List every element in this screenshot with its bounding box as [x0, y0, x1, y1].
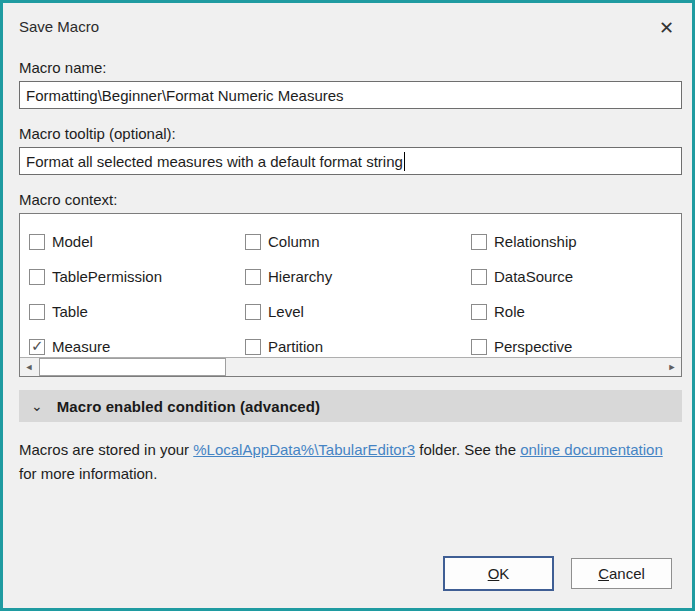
localappdata-folder-link[interactable]: %LocalAppData%\TabularEditor3 — [193, 441, 415, 458]
checkbox-label: Partition — [268, 338, 323, 355]
text-caret — [404, 152, 405, 171]
horizontal-scrollbar[interactable]: ◄ ► — [20, 357, 681, 376]
checkbox-box[interactable]: ✓ — [471, 304, 487, 320]
macro-enabled-condition-expander[interactable]: ⌄ Macro enabled condition (advanced) — [19, 390, 682, 422]
macro-tooltip-value: Format all selected measures with a defa… — [26, 153, 403, 170]
checkbox-label: Hierarchy — [268, 268, 332, 285]
checkbox-tablepermission[interactable]: ✓ TablePermission — [29, 259, 245, 294]
checkbox-model[interactable]: ✓ Model — [29, 224, 245, 259]
checkbox-box[interactable]: ✓ — [29, 339, 45, 355]
checkbox-label: Perspective — [494, 338, 572, 355]
checkbox-box[interactable]: ✓ — [245, 339, 261, 355]
macro-context-panel: ✓ Model ✓ Column ✓ Relationship ✓ TableP… — [19, 213, 682, 377]
dialog-content: Macro name: Formatting\Beginner\Format N… — [3, 59, 692, 486]
checkbox-level[interactable]: ✓ Level — [245, 294, 471, 329]
checkbox-label: Model — [52, 233, 93, 250]
checkbox-box[interactable]: ✓ — [29, 304, 45, 320]
macro-name-input[interactable]: Formatting\Beginner\Format Numeric Measu… — [19, 81, 682, 109]
checkbox-label: Table — [52, 303, 88, 320]
checkbox-role[interactable]: ✓ Role — [471, 294, 681, 329]
cancel-accesskey: C — [598, 565, 609, 582]
context-checkbox-grid: ✓ Model ✓ Column ✓ Relationship ✓ TableP… — [20, 214, 681, 364]
checkbox-box[interactable]: ✓ — [245, 269, 261, 285]
checkbox-label: Role — [494, 303, 525, 320]
checkbox-box[interactable]: ✓ — [29, 269, 45, 285]
macro-name-value: Formatting\Beginner\Format Numeric Measu… — [26, 87, 344, 104]
dialog-buttons: OK Cancel — [443, 556, 672, 591]
macro-tooltip-input[interactable]: Format all selected measures with a defa… — [19, 147, 682, 175]
checkbox-datasource[interactable]: ✓ DataSource — [471, 259, 681, 294]
macro-context-label: Macro context: — [19, 191, 676, 208]
checkbox-label: Level — [268, 303, 304, 320]
scroll-right-icon[interactable]: ► — [663, 358, 681, 376]
checkbox-box[interactable]: ✓ — [471, 269, 487, 285]
title-bar: Save Macro ✕ — [3, 3, 692, 37]
checkbox-label: Measure — [52, 338, 110, 355]
checkbox-box[interactable]: ✓ — [245, 304, 261, 320]
check-icon: ✓ — [31, 337, 44, 355]
checkbox-hierarchy[interactable]: ✓ Hierarchy — [245, 259, 471, 294]
checkbox-column[interactable]: ✓ Column — [245, 224, 471, 259]
checkbox-box[interactable]: ✓ — [471, 339, 487, 355]
checkbox-box[interactable]: ✓ — [29, 234, 45, 250]
ok-label-rest: K — [499, 565, 509, 582]
checkbox-label: Column — [268, 233, 320, 250]
ok-accesskey: O — [488, 565, 500, 582]
save-macro-dialog: Save Macro ✕ Macro name: Formatting\Begi… — [0, 0, 695, 611]
checkbox-label: Relationship — [494, 233, 577, 250]
note-text-after: for more information. — [19, 465, 157, 482]
chevron-down-icon: ⌄ — [31, 401, 43, 411]
checkbox-table[interactable]: ✓ Table — [29, 294, 245, 329]
checkbox-label: DataSource — [494, 268, 573, 285]
expander-label: Macro enabled condition (advanced) — [57, 398, 320, 415]
cancel-label-rest: ancel — [609, 565, 645, 582]
checkbox-box[interactable]: ✓ — [245, 234, 261, 250]
note-text-before: Macros are stored in your — [19, 441, 193, 458]
note-text-mid: folder. See the — [415, 441, 520, 458]
close-icon[interactable]: ✕ — [659, 19, 674, 37]
footer-note: Macros are stored in your %LocalAppData%… — [19, 438, 679, 486]
checkbox-relationship[interactable]: ✓ Relationship — [471, 224, 681, 259]
scroll-left-icon[interactable]: ◄ — [20, 358, 38, 376]
macro-name-label: Macro name: — [19, 59, 676, 76]
macro-tooltip-label: Macro tooltip (optional): — [19, 125, 676, 142]
dialog-title: Save Macro — [19, 18, 99, 35]
cancel-button[interactable]: Cancel — [571, 558, 672, 589]
scrollbar-thumb[interactable] — [39, 358, 226, 376]
online-documentation-link[interactable]: online documentation — [520, 441, 663, 458]
ok-button[interactable]: OK — [443, 556, 554, 591]
checkbox-box[interactable]: ✓ — [471, 234, 487, 250]
checkbox-label: TablePermission — [52, 268, 162, 285]
